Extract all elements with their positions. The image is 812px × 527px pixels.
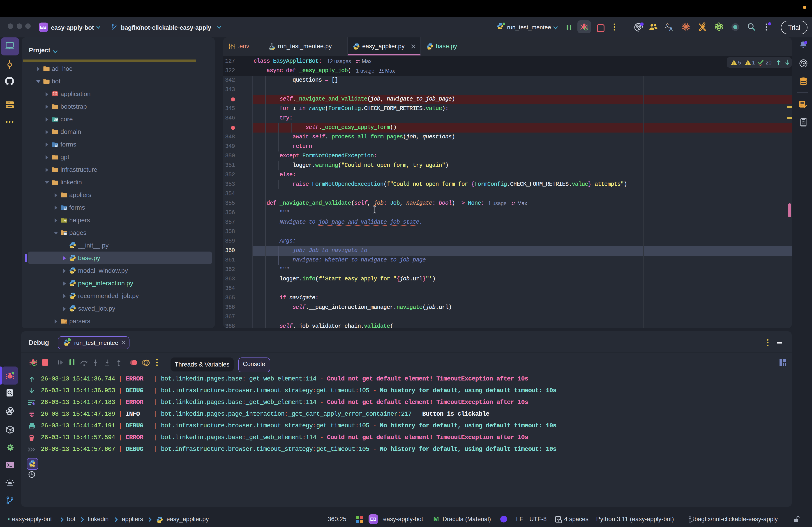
svg-text:A: A (669, 26, 673, 32)
svg-text:#: # (65, 320, 67, 324)
svg-text:A: A (802, 121, 804, 124)
